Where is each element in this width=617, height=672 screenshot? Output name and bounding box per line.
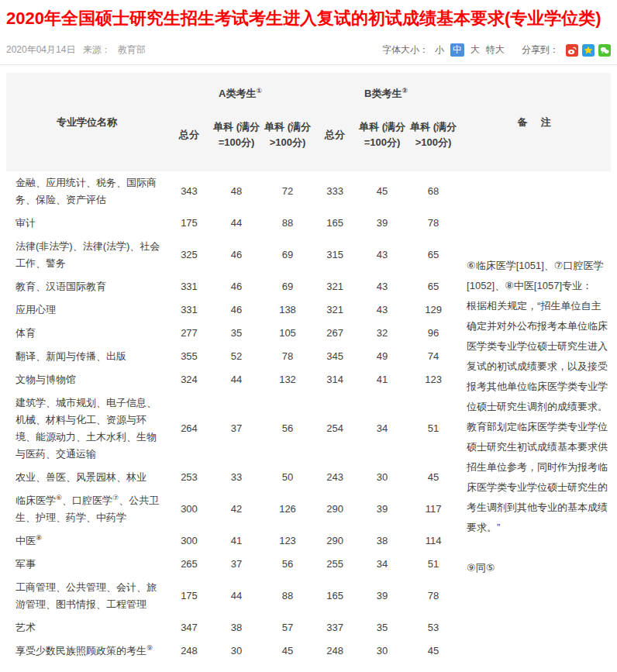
score-value: 35 <box>211 322 262 345</box>
score-value: 264 <box>167 391 211 466</box>
score-value: 35 <box>357 616 408 639</box>
score-value: 321 <box>313 298 357 322</box>
score-value: 68 <box>408 171 459 212</box>
score-value: 45 <box>408 466 459 489</box>
score-value: 129 <box>408 298 459 322</box>
score-value: 49 <box>357 345 408 368</box>
score-value: 51 <box>408 391 459 466</box>
score-value: 96 <box>408 322 459 345</box>
score-value: 39 <box>357 212 408 235</box>
score-value: 57 <box>262 616 313 639</box>
font-size-option-medium[interactable]: 中 <box>450 43 464 57</box>
score-value: 333 <box>313 171 357 212</box>
degree-name: 文物与博物馆 <box>6 368 167 391</box>
font-size-option-small[interactable]: 小 <box>435 43 444 57</box>
header-b-total: 总分 <box>313 109 357 171</box>
score-value: 45 <box>262 639 313 663</box>
font-size-option-large[interactable]: 大 <box>471 43 480 57</box>
degree-name: 建筑学、城市规划、电子信息、机械、材料与化工、资源与环境、能源动力、土木水利、生… <box>6 391 167 466</box>
score-value: 165 <box>313 576 357 616</box>
footnote: 报考“少数民族高层次骨干人才计划”考生进入复试的初试成绩基本要求为总分不低于24… <box>0 663 617 672</box>
score-value: 290 <box>313 489 357 529</box>
publish-date: 2020年04月14日 <box>6 44 75 55</box>
score-value: 248 <box>313 639 357 663</box>
score-value: 51 <box>408 553 459 576</box>
wechat-share-icon[interactable] <box>598 44 611 57</box>
header-group-b: B类考生② <box>313 73 459 109</box>
meta-right: 字体大小： 小 中 大 特大 分享到： <box>382 43 611 57</box>
article-page: 2020年全国硕士研究生招生考试考生进入复试的初试成绩基本要求(专业学位类) 2… <box>0 0 617 672</box>
score-value: 324 <box>167 368 211 391</box>
meta-left: 2020年04月14日 来源： 教育部 <box>6 43 150 57</box>
degree-name: 教育、汉语国际教育 <box>6 275 167 298</box>
score-value: 43 <box>357 235 408 275</box>
header-a-single-gt100: 单科 (满分>100分) <box>262 109 313 171</box>
score-value: 65 <box>408 235 459 275</box>
score-value: 50 <box>262 466 313 489</box>
score-value: 74 <box>408 345 459 368</box>
score-value: 343 <box>167 171 211 212</box>
score-value: 48 <box>211 171 262 212</box>
weibo-share-icon[interactable] <box>566 44 578 57</box>
header-b-single-100: 单科 (满分=100分) <box>357 109 408 171</box>
degree-name: 享受少数民族照顾政策的考生⑨ <box>6 639 167 663</box>
score-value: 45 <box>408 639 459 663</box>
score-value: 56 <box>262 391 313 466</box>
remark-cell: ⑥临床医学[1051]、⑦口腔医学[1052]、⑧中医[1057]专业： 根据相… <box>459 171 611 663</box>
degree-name: 工商管理、公共管理、会计、旅游管理、图书情报、工程管理 <box>6 576 167 616</box>
table-header: 专业学位名称 A类考生① B类考生② 备 注 总分 单科 (满分=100分) 单… <box>6 73 611 171</box>
score-value: 300 <box>167 489 211 529</box>
score-value: 126 <box>262 489 313 529</box>
degree-name: 翻译、新闻与传播、出版 <box>6 345 167 368</box>
score-value: 355 <box>167 345 211 368</box>
qzone-share-icon[interactable] <box>582 44 595 57</box>
degree-name: 军事 <box>6 553 167 576</box>
score-value: 105 <box>262 322 313 345</box>
score-value: 38 <box>211 616 262 639</box>
score-value: 175 <box>167 212 211 235</box>
score-value: 44 <box>211 368 262 391</box>
score-value: 46 <box>211 235 262 275</box>
score-value: 69 <box>262 275 313 298</box>
source-label: 来源： <box>83 44 111 55</box>
score-value: 56 <box>262 553 313 576</box>
score-value: 255 <box>313 553 357 576</box>
score-value: 46 <box>211 275 262 298</box>
degree-name: 农业、兽医、风景园林、林业 <box>6 466 167 489</box>
font-size-label: 字体大小： <box>382 43 429 57</box>
header-a-total: 总分 <box>167 109 211 171</box>
score-value: 248 <box>167 639 211 663</box>
degree-name: 金融、应用统计、税务、国际商务、保险、资产评估 <box>6 171 167 212</box>
score-value: 69 <box>262 235 313 275</box>
score-value: 321 <box>313 275 357 298</box>
score-value: 42 <box>211 489 262 529</box>
score-value: 165 <box>313 212 357 235</box>
degree-name: 临床医学⑥、口腔医学⑦、公共卫生、护理、药学、中药学 <box>6 489 167 529</box>
score-value: 88 <box>262 212 313 235</box>
score-value: 45 <box>357 171 408 212</box>
degree-name: 艺术 <box>6 616 167 639</box>
score-value: 325 <box>167 235 211 275</box>
source-name: 教育部 <box>118 44 146 55</box>
score-value: 30 <box>357 639 408 663</box>
degree-name: 法律(非法学)、法律(法学)、社会工作、警务 <box>6 235 167 275</box>
score-value: 39 <box>357 489 408 529</box>
score-value: 44 <box>211 576 262 616</box>
score-value: 33 <box>211 466 262 489</box>
font-size-option-xlarge[interactable]: 特大 <box>486 43 505 57</box>
page-title: 2020年全国硕士研究生招生考试考生进入复试的初试成绩基本要求(专业学位类) <box>0 0 617 43</box>
score-value: 72 <box>262 171 313 212</box>
score-value: 345 <box>313 345 357 368</box>
degree-name: 审计 <box>6 212 167 235</box>
score-value: 138 <box>262 298 313 322</box>
header-a-single-100: 单科 (满分=100分) <box>211 109 262 171</box>
score-value: 265 <box>167 553 211 576</box>
score-value: 43 <box>357 298 408 322</box>
score-value: 300 <box>167 529 211 553</box>
score-value: 34 <box>357 553 408 576</box>
score-value: 337 <box>313 616 357 639</box>
score-table: 专业学位名称 A类考生① B类考生② 备 注 总分 单科 (满分=100分) 单… <box>6 73 611 663</box>
table-row: 金融、应用统计、税务、国际商务、保险、资产评估34348723334568⑥临床… <box>6 171 611 212</box>
score-value: 277 <box>167 322 211 345</box>
score-value: 347 <box>167 616 211 639</box>
